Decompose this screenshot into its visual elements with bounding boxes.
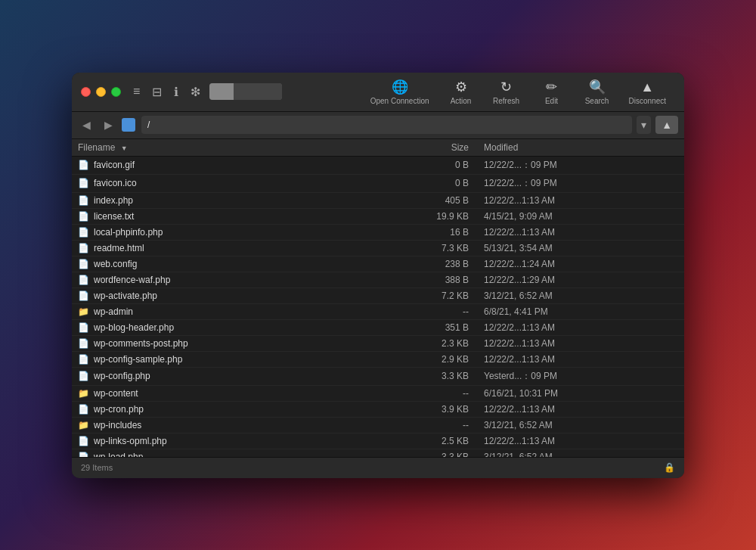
- extra-icon[interactable]: ❇: [191, 85, 200, 99]
- modified-column-header[interactable]: Modified: [478, 139, 684, 157]
- table-row[interactable]: 📄 wp-cron.php 3.9 KB 12/22/2...1:13 AM: [72, 401, 684, 417]
- folder-icon: 📁: [78, 420, 89, 430]
- addressbar: ◀ ▶ ▾ ▲: [72, 112, 684, 139]
- modified-cell: 12/22/2...1:13 AM: [478, 319, 684, 335]
- modified-cell: 12/22/2...1:13 AM: [478, 401, 684, 417]
- size-column-header[interactable]: Size: [364, 139, 478, 157]
- modified-cell: 3/12/21, 6:52 AM: [478, 449, 684, 457]
- search-button[interactable]: 🔍 Search: [575, 76, 620, 108]
- modified-cell: 12/22/2...1:13 AM: [478, 224, 684, 240]
- size-cell: 351 B: [364, 319, 478, 335]
- size-cell: --: [364, 303, 478, 319]
- file-icon: 📄: [78, 291, 89, 301]
- info-icon[interactable]: ℹ: [174, 85, 178, 99]
- upload-button[interactable]: ▲: [655, 116, 678, 134]
- file-list-area: Filename ▼ Size Modified 📄 favicon.gif 0…: [72, 139, 684, 457]
- table-row[interactable]: 📄 wp-links-opml.php 2.5 KB 12/22/2...1:1…: [72, 433, 684, 449]
- size-cell: 238 B: [364, 256, 478, 272]
- size-cell: 2.3 KB: [364, 335, 478, 351]
- filename-label: local-phpinfo.php: [94, 227, 163, 238]
- filename-label: wp-config-sample.php: [94, 354, 182, 365]
- modified-cell: 12/22/2...：09 PM: [478, 156, 684, 174]
- open-connection-icon: 🌐: [392, 79, 408, 95]
- back-button[interactable]: ◀: [78, 117, 95, 132]
- action-button[interactable]: ⚙ Action: [438, 76, 484, 108]
- filename-label: wp-comments-post.php: [94, 338, 188, 349]
- filename-label: wp-links-opml.php: [94, 436, 167, 446]
- size-cell: 3.9 KB: [364, 401, 478, 417]
- traffic-lights: [81, 87, 121, 97]
- sort-arrow: ▼: [121, 144, 128, 152]
- size-cell: 388 B: [364, 272, 478, 287]
- items-count: 29 Items: [81, 463, 113, 472]
- size-cell: 3.3 KB: [364, 367, 478, 385]
- close-button[interactable]: [81, 87, 91, 97]
- file-icon: 📄: [78, 259, 89, 269]
- table-row[interactable]: 📁 wp-admin -- 6/8/21, 4:41 PM: [72, 303, 684, 319]
- toolbar-actions: 🌐 Open Connection ⚙ Action ↻ Refresh ✏ E…: [361, 76, 675, 108]
- refresh-icon: ↻: [500, 79, 512, 95]
- table-row[interactable]: 📄 favicon.gif 0 B 12/22/2...：09 PM: [72, 156, 684, 174]
- table-row[interactable]: 📄 wp-activate.php 7.2 KB 3/12/21, 6:52 A…: [72, 287, 684, 303]
- table-row[interactable]: 📄 web.config 238 B 12/22/2...1:24 AM: [72, 256, 684, 272]
- filename-cell: 📄 wp-cron.php: [72, 401, 364, 417]
- tab-3[interactable]: [258, 83, 282, 100]
- file-icon: 📄: [78, 178, 89, 188]
- table-row[interactable]: 📄 wp-load.php 3.3 KB 3/12/21, 6:52 AM: [72, 449, 684, 457]
- filename-label: wp-admin: [94, 306, 133, 317]
- table-row[interactable]: 📄 wp-blog-header.php 351 B 12/22/2...1:1…: [72, 319, 684, 335]
- edit-button[interactable]: ✏ Edit: [529, 76, 575, 108]
- size-cell: 0 B: [364, 174, 478, 192]
- disconnect-icon: ▲: [640, 79, 654, 95]
- filename-label: license.txt: [94, 211, 134, 222]
- table-row[interactable]: 📄 index.php 405 B 12/22/2...1:13 AM: [72, 192, 684, 208]
- filename-column-header[interactable]: Filename ▼: [72, 139, 364, 157]
- open-connection-button[interactable]: 🌐 Open Connection: [361, 76, 438, 108]
- maximize-button[interactable]: [111, 87, 121, 97]
- modified-cell: 5/13/21, 3:54 AM: [478, 240, 684, 256]
- size-cell: 7.3 KB: [364, 240, 478, 256]
- file-icon: 📄: [78, 211, 89, 222]
- table-row[interactable]: 📄 wp-comments-post.php 2.3 KB 12/22/2...…: [72, 335, 684, 351]
- file-icon: 📄: [78, 338, 89, 349]
- size-cell: 3.3 KB: [364, 449, 478, 457]
- filename-label: readme.html: [94, 243, 144, 253]
- file-icon: 📄: [78, 195, 89, 206]
- forward-button[interactable]: ▶: [100, 117, 117, 132]
- table-row[interactable]: 📄 license.txt 19.9 KB 4/15/21, 9:09 AM: [72, 208, 684, 224]
- filename-cell: 📁 wp-content: [72, 385, 364, 401]
- folder-icon: 📁: [78, 306, 89, 317]
- table-row[interactable]: 📄 local-phpinfo.php 16 B 12/22/2...1:13 …: [72, 224, 684, 240]
- refresh-button[interactable]: ↻ Refresh: [484, 76, 529, 108]
- filename-cell: 📄 wp-config.php: [72, 367, 364, 385]
- minimize-button[interactable]: [96, 87, 106, 97]
- disconnect-button[interactable]: ▲ Disconnect: [620, 76, 675, 108]
- modified-cell: 3/12/21, 6:52 AM: [478, 417, 684, 433]
- filename-label: wp-activate.php: [94, 291, 157, 301]
- tab-2[interactable]: [234, 83, 258, 100]
- table-row[interactable]: 📄 favicon.ico 0 B 12/22/2...：09 PM: [72, 174, 684, 192]
- table-row[interactable]: 📄 wp-config.php 3.3 KB Yesterd...：09 PM: [72, 367, 684, 385]
- table-row[interactable]: 📁 wp-content -- 6/16/21, 10:31 PM: [72, 385, 684, 401]
- table-row[interactable]: 📁 wp-includes -- 3/12/21, 6:52 AM: [72, 417, 684, 433]
- modified-cell: 3/12/21, 6:52 AM: [478, 287, 684, 303]
- file-list-body: 📄 favicon.gif 0 B 12/22/2...：09 PM 📄 fav…: [72, 156, 684, 457]
- size-cell: --: [364, 385, 478, 401]
- path-dropdown-button[interactable]: ▾: [637, 116, 651, 134]
- address-input[interactable]: [141, 116, 632, 134]
- modified-cell: 6/16/21, 10:31 PM: [478, 385, 684, 401]
- view-tabs: [209, 83, 282, 100]
- tab-1[interactable]: [209, 83, 234, 100]
- filename-cell: 📁 wp-admin: [72, 303, 364, 319]
- column-view-icon[interactable]: ⊟: [152, 85, 162, 99]
- table-row[interactable]: 📄 wp-config-sample.php 2.9 KB 12/22/2...…: [72, 351, 684, 367]
- list-view-icon[interactable]: ≡: [133, 85, 140, 98]
- filename-cell: 📄 wp-load.php: [72, 449, 364, 457]
- size-cell: 16 B: [364, 224, 478, 240]
- file-icon: 📄: [78, 436, 89, 446]
- table-row[interactable]: 📄 readme.html 7.3 KB 5/13/21, 3:54 AM: [72, 240, 684, 256]
- modified-cell: Yesterd...：09 PM: [478, 367, 684, 385]
- filename-label: wp-load.php: [94, 452, 143, 457]
- filename-cell: 📄 web.config: [72, 256, 364, 272]
- table-row[interactable]: 📄 wordfence-waf.php 388 B 12/22/2...1:29…: [72, 272, 684, 287]
